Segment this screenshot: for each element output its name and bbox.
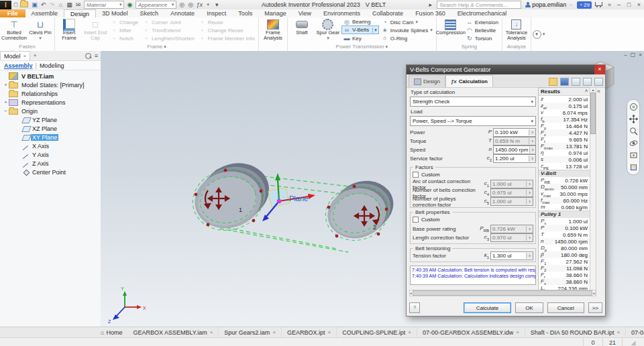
result-row[interactable]: fb 17.354 Hz <box>539 116 590 123</box>
browser-menu-icon[interactable]: ≡ <box>95 52 98 59</box>
result-row[interactable]: s 0.006 ul <box>539 156 590 163</box>
look-at-icon[interactable] <box>629 151 638 160</box>
more-commands-icon[interactable]: » <box>605 1 614 9</box>
result-row[interactable]: v 6.074 mps <box>539 109 590 116</box>
result-row[interactable]: P 0.100 kW <box>539 225 590 231</box>
tree-item[interactable]: Z Axis <box>0 159 101 168</box>
add-browser-tab-button[interactable]: + <box>30 52 40 59</box>
tree-item[interactable]: Relationships <box>0 89 101 98</box>
tree-item[interactable]: Y Axis <box>0 150 101 159</box>
ribbon-tab[interactable]: Inspect <box>201 9 232 17</box>
shaft-button[interactable]: Shaft <box>289 17 315 43</box>
param-input[interactable]: 0.100 kW › <box>493 128 536 137</box>
add-icon[interactable]: + <box>204 1 213 9</box>
flyout-arrow-icon[interactable]: › <box>529 138 535 144</box>
user-avatar-icon[interactable] <box>525 2 531 8</box>
adjust-icon[interactable]: ◎ <box>178 1 186 9</box>
appearance-combo[interactable]: Appearance ▾ <box>136 1 176 9</box>
ribbon-tab[interactable]: File <box>0 9 25 17</box>
tree-item[interactable]: + Representations <box>0 98 101 107</box>
factor-input[interactable]: 1.000 ul › <box>490 180 533 188</box>
factor-input[interactable]: 0.975 ul › <box>490 188 533 197</box>
inventor-logo-icon[interactable]: I <box>0 1 11 9</box>
belt-property-input[interactable]: 0.970 ul › <box>490 233 533 242</box>
belt-property-input[interactable]: 0.726 kW › <box>490 225 533 233</box>
frame-tool-button[interactable]: ▫ Frame Member Info <box>197 35 257 42</box>
power-tool-button[interactable]: ◎ Bearing <box>341 18 379 25</box>
frame-tool-button[interactable]: ▫ Lengthen/Shorten <box>141 35 197 42</box>
result-row[interactable]: n 1450.000 rpm <box>539 238 590 245</box>
search-expand-icon[interactable]: ▸ <box>426 1 435 9</box>
tree-expander[interactable]: + <box>3 82 9 88</box>
export-icon[interactable] <box>572 78 580 86</box>
document-tab[interactable]: Shaft - DIA 50 ROUND BAR.ipt × <box>525 327 626 337</box>
result-row[interactable]: m 0.060 kg/m <box>539 204 590 211</box>
tree-item[interactable]: XY Plane <box>0 133 101 141</box>
dialog-tab-design[interactable]: Design <box>409 75 445 87</box>
pencil-icon[interactable] <box>583 78 592 86</box>
frame-analysis-button[interactable]: Frame Analysis <box>260 17 286 43</box>
tree-item[interactable]: + Model States: [Primary] <box>0 80 101 89</box>
result-row[interactable]: vmax 30.000 mps <box>539 190 590 197</box>
tree-item[interactable]: Center Point <box>0 168 101 176</box>
subtab-modeling[interactable]: Modeling <box>40 62 64 69</box>
flyout-arrow-icon[interactable]: › <box>526 181 533 187</box>
document-tab[interactable]: 07-00-GEARBOX ASSEMBLY.idw × <box>417 327 525 337</box>
belt-custom-checkbox[interactable]: Custom <box>413 216 533 223</box>
scroll-right-icon[interactable]: ▸ <box>593 291 595 295</box>
insert-frame-button[interactable]: Insert Frame <box>56 17 82 43</box>
adjust-alt-icon[interactable]: ◎ <box>186 1 195 9</box>
cart-icon[interactable] <box>595 2 602 6</box>
ribbon-tab[interactable]: View <box>292 9 317 17</box>
scroll-thumb[interactable] <box>590 93 596 134</box>
document-tab[interactable]: GEARBOX.ipt × <box>282 327 337 337</box>
scroll-up-icon[interactable]: ▲ <box>592 88 595 92</box>
tree-expander[interactable]: + <box>3 99 9 105</box>
ok-button[interactable]: OK <box>515 302 543 313</box>
redo-icon[interactable]: ↷ <box>48 1 56 9</box>
doc-minimize-button[interactable]: – <box>624 52 627 58</box>
result-row[interactable]: zer 0.175 ul <box>539 103 590 109</box>
group-label-frame[interactable]: Frame▾ <box>56 43 257 50</box>
qat-customize-icon[interactable]: ▾ <box>213 1 221 9</box>
result-row[interactable]: fmax 60.000 Hz <box>539 197 590 204</box>
session-badge[interactable]: ◔ 29 <box>577 1 592 9</box>
flyout-arrow-icon[interactable]: › <box>526 235 533 241</box>
power-tool-button[interactable]: ∗ Involute Splines ▾ <box>380 27 435 34</box>
result-row[interactable]: Fp 16.464 N <box>539 123 590 129</box>
result-row[interactable]: F1 27.562 N <box>539 258 590 265</box>
result-row[interactable]: Ft 9.665 N <box>539 136 590 143</box>
help-button[interactable]: ? <box>409 302 420 313</box>
param-input[interactable]: 0.659 N m › <box>493 137 536 146</box>
flyout-arrow-icon[interactable]: › <box>529 129 535 135</box>
frame-tool-button[interactable]: ▫ Trim/Extend <box>141 27 197 34</box>
doc-close-button[interactable]: × <box>639 52 642 58</box>
scroll-left-icon[interactable]: ◂ <box>410 291 412 295</box>
resize-grip-icon[interactable]: ◢ <box>622 338 644 346</box>
view-face-icon[interactable] <box>629 163 638 172</box>
close-icon[interactable]: × <box>408 329 411 335</box>
ribbon-options-button[interactable]: ▾ ▾ <box>531 17 546 51</box>
orbit-icon[interactable] <box>629 139 638 148</box>
new-document-icon[interactable]: □ <box>11 1 20 9</box>
bolted-connection-button[interactable]: ⊤ Bolted Connection <box>1 17 27 43</box>
split-dropdown-icon[interactable]: ▾ <box>372 27 377 33</box>
ribbon-tab[interactable]: Collaborate <box>366 9 409 17</box>
param-input[interactable]: 1450.000 rpm › <box>493 146 536 154</box>
result-row[interactable]: Px 1.000 ul <box>539 218 590 225</box>
material-browser-icon[interactable]: ◉ <box>125 1 134 9</box>
result-row[interactable]: PRB 0.726 kW <box>539 177 590 184</box>
result-row[interactable]: F2 11.098 N <box>539 265 590 272</box>
search-input[interactable]: Search Help & Commands... <box>437 1 521 9</box>
calculate-button[interactable]: Calculate <box>464 302 511 313</box>
result-row[interactable]: Fr 38.660 N <box>539 272 590 278</box>
pan-icon[interactable] <box>629 115 638 123</box>
result-row[interactable]: Fv 38.660 N <box>539 278 590 285</box>
result-row[interactable]: cPE 13.728 ul <box>539 163 590 170</box>
spring-tool-button[interactable]: ↔ Extension <box>464 19 500 26</box>
factors-custom-checkbox[interactable]: Custom <box>413 171 533 178</box>
close-icon[interactable]: × <box>616 329 620 335</box>
ribbon-tab[interactable]: Sketch <box>134 9 165 17</box>
power-tool-button[interactable]: ▬ Key <box>341 35 379 42</box>
power-tool-button[interactable]: ∞ V-Belts ▾ <box>341 25 379 34</box>
